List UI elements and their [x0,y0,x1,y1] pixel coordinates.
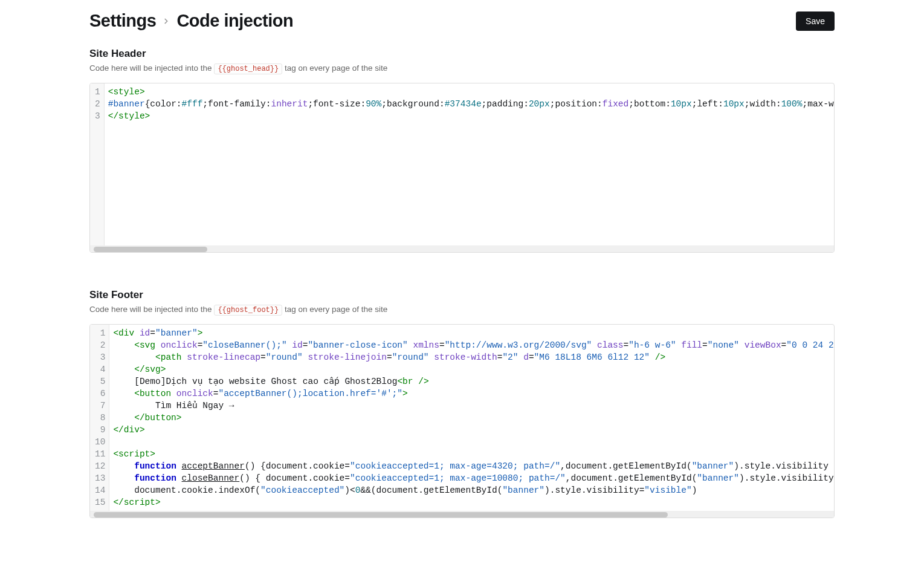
chevron-right-icon [162,17,170,25]
breadcrumb-current: Code injection [176,11,293,31]
footer-code-area[interactable]: <div id="banner"> <svg onclick="closeBan… [109,325,834,506]
section-title-footer: Site Footer [89,289,835,301]
save-button[interactable]: Save [796,11,835,31]
footer-hscroll[interactable] [90,511,834,518]
section-title-header: Site Header [89,48,835,60]
header-hscroll-thumb[interactable] [94,247,207,252]
footer-gutter: 123456789101112131415 [90,325,109,511]
header-hscroll[interactable] [90,245,834,252]
page-header: Settings Code injection Save [89,11,835,31]
footer-hscroll-thumb[interactable] [94,512,668,518]
header-gutter: 123 [90,83,105,245]
ghost-head-tag: {{ghost_head}} [214,63,282,74]
footer-code-editor[interactable]: 123456789101112131415 <div id="banner"> … [89,324,835,518]
site-footer-section: Site Footer Code here will be injected i… [89,289,835,518]
site-header-section: Site Header Code here will be injected i… [89,48,835,253]
breadcrumb-parent[interactable]: Settings [89,11,156,31]
section-desc-footer: Code here will be injected into the {{gh… [89,305,835,316]
header-code-area[interactable]: <style>#banner{color:#fff;font-family:in… [105,83,834,235]
ghost-foot-tag: {{ghost_foot}} [214,305,282,316]
section-desc-header: Code here will be injected into the {{gh… [89,63,835,74]
header-code-editor[interactable]: 123 <style>#banner{color:#fff;font-famil… [89,83,835,253]
breadcrumb: Settings Code injection [89,11,293,31]
